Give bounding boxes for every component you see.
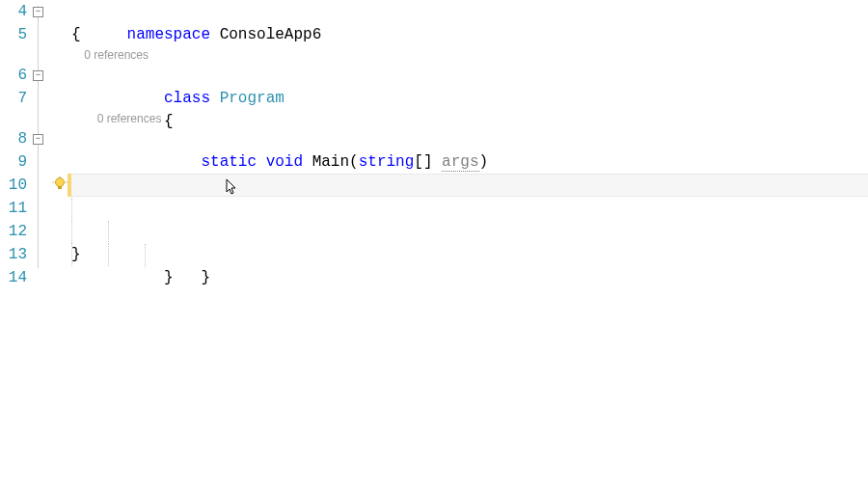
line-number: 14 [0, 266, 27, 289]
line-number: 8 [0, 127, 27, 150]
line-number: 6 [0, 64, 27, 87]
lightbulb-icon[interactable] [52, 176, 68, 192]
code-text-area[interactable]: namespace ConsoleApp6 { 0 references cla… [71, 0, 868, 488]
codelens-references[interactable]: 0 references [71, 46, 868, 64]
fold-toggle-class[interactable]: − [33, 70, 43, 81]
line-number: 9 [0, 150, 27, 174]
svg-point-0 [56, 178, 65, 187]
line-number: 11 [0, 197, 27, 220]
line-number-gutter: 4 5 6 7 8 9 10 11 12 13 14 [0, 0, 31, 488]
code-editor[interactable]: 4 5 6 7 8 9 10 11 12 13 14 − − − [0, 0, 868, 488]
svg-rect-1 [58, 186, 62, 189]
line-number: 10 [0, 174, 27, 197]
code-line [71, 266, 868, 289]
line-number: 12 [0, 220, 27, 243]
code-line: } [71, 197, 868, 220]
line-number: 5 [0, 23, 27, 46]
code-line: static void Main(string[] args) [71, 127, 868, 150]
code-line-current [71, 174, 868, 197]
fold-toggle-namespace[interactable]: − [33, 7, 43, 17]
code-line: namespace ConsoleApp6 [71, 0, 868, 23]
code-line: { [71, 150, 868, 174]
mouse-cursor-icon [226, 178, 239, 198]
editor-margin: − − − [31, 0, 71, 488]
line-number: 13 [0, 243, 27, 266]
code-line: } [71, 220, 868, 243]
line-number: 7 [0, 87, 27, 110]
line-number: 4 [0, 0, 27, 23]
code-line: } [71, 243, 868, 266]
code-line: class Program [71, 64, 868, 87]
code-line: { [71, 87, 868, 110]
code-line: { [71, 23, 868, 46]
fold-toggle-method[interactable]: − [33, 134, 43, 145]
codelens-references[interactable]: 0 references [71, 110, 868, 127]
